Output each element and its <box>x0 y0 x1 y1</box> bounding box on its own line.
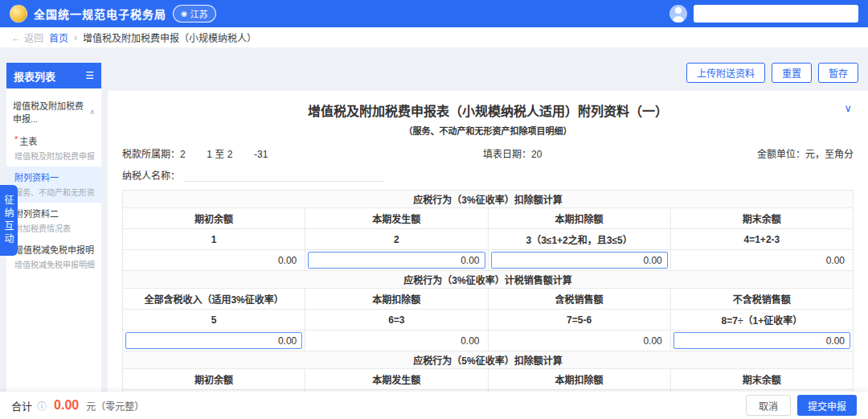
location-pin-icon: ◉ <box>181 10 187 18</box>
sidebar-item-main-form[interactable]: *主表 增值税及附加税费申报表 <box>6 130 101 166</box>
formula-cell: 1 <box>123 229 305 250</box>
breadcrumb: ← 返回 首页 › 增值税及附加税费申报（小规模纳税人） <box>0 27 868 48</box>
form-subtitle: （服务、不动产和无形资产扣除项目明细） <box>122 124 854 137</box>
column-header: 本期扣除额 <box>488 208 670 229</box>
column-header: 本期扣除额 <box>488 369 670 390</box>
column-header: 本期发生额 <box>305 369 488 390</box>
upload-attachments-button[interactable]: 上传附送资料 <box>686 63 765 83</box>
readonly-value-cell: 0.00 <box>670 250 853 271</box>
column-header: 期末余额 <box>670 369 853 390</box>
top-header-bar: 全国统一规范电子税务局 ◉ 江苏 <box>0 0 868 27</box>
back-label: 返回 <box>24 31 43 44</box>
breadcrumb-current: 增值税及附加税费申报（小规模纳税人） <box>83 31 256 44</box>
taxpayer-name-label: 纳税人名称： <box>122 168 180 182</box>
main-area: 上传附送资料 重置 暂存 增值税及附加税费申报表（小规模纳税人适用）附列资料（一… <box>108 63 868 392</box>
period-deduction-input[interactable] <box>491 252 668 269</box>
sidebar-menu-icon[interactable]: ☰ <box>85 70 94 81</box>
total-amount: 0.00 <box>54 398 79 413</box>
formula-cell: 8=7÷（1+征收率） <box>670 310 853 331</box>
tax-interaction-vertical-tab[interactable]: 征纳互动 <box>0 185 18 256</box>
region-label: 江苏 <box>190 7 208 20</box>
save-draft-button[interactable]: 暂存 <box>818 63 858 83</box>
readonly-value-cell: 0.00 <box>488 331 670 351</box>
sidebar-header: 报表列表 ☰ <box>6 63 101 88</box>
fill-date: 填表日期：20 <box>483 146 542 160</box>
tax-period-value: 2 1 至 2 -31 <box>180 149 268 160</box>
section-2-title: 应税行为（3%征收率）计税销售额计算 <box>123 271 854 289</box>
sidebar-item-vat-reduction[interactable]: 增值税减免税申报明... 增值税减免税申报明细表 <box>6 239 101 275</box>
column-header: 本期扣除额 <box>305 289 488 310</box>
fill-date-value: 20 <box>531 149 542 160</box>
column-header: 不含税销售额 <box>670 289 853 310</box>
cancel-button[interactable]: 取消 <box>746 395 791 416</box>
section-1-title: 应税行为（3%征收率）扣除额计算 <box>123 191 854 208</box>
content-area: 报表列表 ☰ 增值税及附加税费申报... ∧ *主表 增值税及附加税费申报表 附… <box>0 48 868 392</box>
region-badge[interactable]: ◉ 江苏 <box>173 5 216 23</box>
submit-declaration-button[interactable]: 提交申报 <box>797 395 857 416</box>
collapse-caret-icon: ∧ <box>89 108 95 116</box>
total-unit: 元（零元整） <box>86 399 144 413</box>
readonly-value-cell: 0.00 <box>123 250 305 271</box>
back-arrow-icon: ← <box>11 32 21 43</box>
formula-cell: 5 <box>123 310 305 331</box>
sidebar-group-vat-declaration[interactable]: 增值税及附加税费申报... ∧ <box>6 93 101 130</box>
required-asterisk: * <box>14 134 18 147</box>
user-avatar[interactable] <box>669 5 687 23</box>
amount-unit-note: 金额单位：元，至角分 <box>757 146 854 160</box>
sidebar-item-appendix-1[interactable]: 附列资料一 服务、不动产和无形资产扣... <box>6 166 101 203</box>
formula-cell: 2 <box>305 229 488 250</box>
column-header: 本期发生额 <box>305 208 488 229</box>
header-search-input[interactable] <box>694 5 858 23</box>
back-button[interactable]: ← 返回 <box>11 31 43 44</box>
info-icon[interactable]: ⓘ <box>37 399 47 413</box>
column-header: 期初余额 <box>123 369 305 390</box>
sidebar-title: 报表列表 <box>14 68 55 84</box>
formula-cell: 6=3 <box>305 310 488 331</box>
total-label: 合计 <box>11 398 32 413</box>
section-3-title: 应税行为（5%征收率）扣除额计算 <box>123 351 854 369</box>
form-meta-row: 税款所属期：2 1 至 2 -31 填表日期：20 金额单位：元，至角分 <box>122 146 854 160</box>
formula-cell: 4=1+2-3 <box>670 229 853 250</box>
tax-period: 税款所属期：2 1 至 2 -31 <box>122 146 268 160</box>
excl-tax-sales-input[interactable] <box>674 332 850 349</box>
chevron-down-icon[interactable]: ∨ <box>844 102 852 114</box>
column-header: 期初余额 <box>123 208 305 229</box>
report-list-sidebar: 报表列表 ☰ 增值税及附加税费申报... ∧ *主表 增值税及附加税费申报表 附… <box>6 63 101 392</box>
formula-cell: 3（3≤1+2之和，且3≤5） <box>488 229 670 250</box>
deduction-table: 应税行为（3%征收率）扣除额计算 期初余额 本期发生额 本期扣除额 期末余额 1… <box>122 190 854 392</box>
form-panel: 增值税及附加税费申报表（小规模纳税人适用）附列资料（一） ∨ （服务、不动产和无… <box>108 91 868 392</box>
breadcrumb-separator: › <box>74 32 77 43</box>
form-toolbar: 上传附送资料 重置 暂存 <box>108 63 868 91</box>
readonly-value-cell: 0.00 <box>305 331 488 351</box>
column-header: 全部含税收入（适用3%征收率） <box>123 289 305 310</box>
formula-cell: 7=5-6 <box>488 310 670 331</box>
app-title: 全国统一规范电子税务局 <box>34 6 166 22</box>
taxpayer-row: 纳税人名称： <box>122 167 854 182</box>
avatar-person-icon <box>675 7 682 14</box>
taxable-income-input[interactable] <box>125 332 302 349</box>
period-occurrence-input[interactable] <box>308 252 485 269</box>
tax-bureau-logo <box>10 5 27 23</box>
taxpayer-name-field[interactable] <box>183 167 384 182</box>
sidebar-item-appendix-2[interactable]: 附列资料二 附加税费情况表 <box>6 203 101 239</box>
breadcrumb-home-link[interactable]: 首页 <box>49 31 68 44</box>
sidebar-body: 增值税及附加税费申报... ∧ *主表 增值税及附加税费申报表 附列资料一 服务… <box>6 88 101 392</box>
reset-button[interactable]: 重置 <box>772 63 812 83</box>
column-header: 含税销售额 <box>488 289 670 310</box>
column-header: 期末余额 <box>670 208 853 229</box>
footer-bar: 合计 ⓘ 0.00 元（零元整） 取消 提交申报 <box>0 392 868 419</box>
form-title: 增值税及附加税费申报表（小规模纳税人适用）附列资料（一） ∨ <box>122 101 854 120</box>
